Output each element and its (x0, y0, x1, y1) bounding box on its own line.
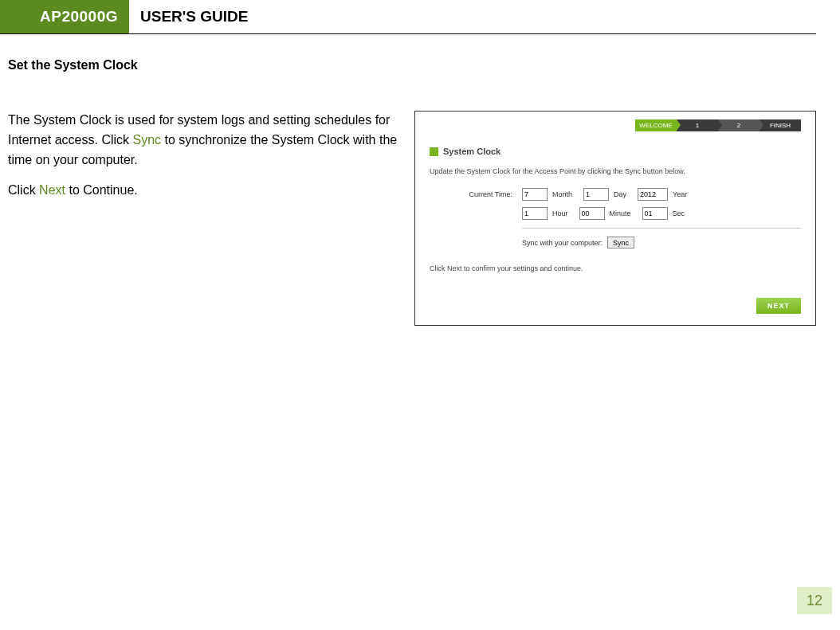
next-button[interactable]: NEXT (756, 298, 801, 314)
minute-input[interactable] (579, 207, 605, 220)
sec-unit: Sec (673, 209, 685, 217)
product-badge: AP20000G (0, 0, 129, 33)
sync-label: Sync with your computer: (522, 239, 603, 247)
sync-link-text: Sync (133, 133, 162, 147)
next-link-text: Next (39, 183, 65, 197)
panel-heading: System Clock (443, 147, 500, 156)
sync-button[interactable]: Sync (607, 237, 634, 248)
page-header: AP20000G USER'S GUIDE (0, 0, 816, 34)
heading-marker-icon (430, 147, 438, 156)
confirm-text: Click Next to confirm your settings and … (430, 264, 801, 272)
day-unit: Day (614, 190, 626, 198)
guide-title: USER'S GUIDE (129, 8, 248, 25)
month-unit: Month (552, 190, 572, 198)
step-2[interactable]: 2 (718, 119, 760, 131)
hour-input[interactable] (522, 207, 548, 220)
step-1[interactable]: 1 (677, 119, 718, 131)
month-input[interactable] (522, 188, 548, 201)
p2-text-a: Click (8, 183, 39, 197)
section-title: Set the System Clock (8, 58, 816, 72)
divider (522, 228, 801, 229)
day-input[interactable] (583, 188, 609, 201)
current-time-label: Current Time: (461, 190, 517, 198)
year-unit: Year (673, 190, 687, 198)
step-welcome[interactable]: WELCOME (635, 119, 677, 131)
year-input[interactable] (638, 188, 668, 201)
step-finish[interactable]: FINISH (760, 119, 801, 131)
minute-unit: Minute (610, 209, 631, 217)
instruction-text: The System Clock is used for system logs… (8, 111, 398, 326)
wizard-steps: WELCOME 1 2 FINISH (635, 119, 801, 131)
panel-description: Update the System Clock for the Access P… (430, 167, 801, 175)
hour-unit: Hour (552, 209, 568, 217)
system-clock-panel: WELCOME 1 2 FINISH System Clock Update t… (414, 111, 816, 326)
page-number: 12 (797, 587, 832, 614)
sec-input[interactable] (642, 207, 668, 220)
p2-text-b: to Continue. (65, 183, 138, 197)
